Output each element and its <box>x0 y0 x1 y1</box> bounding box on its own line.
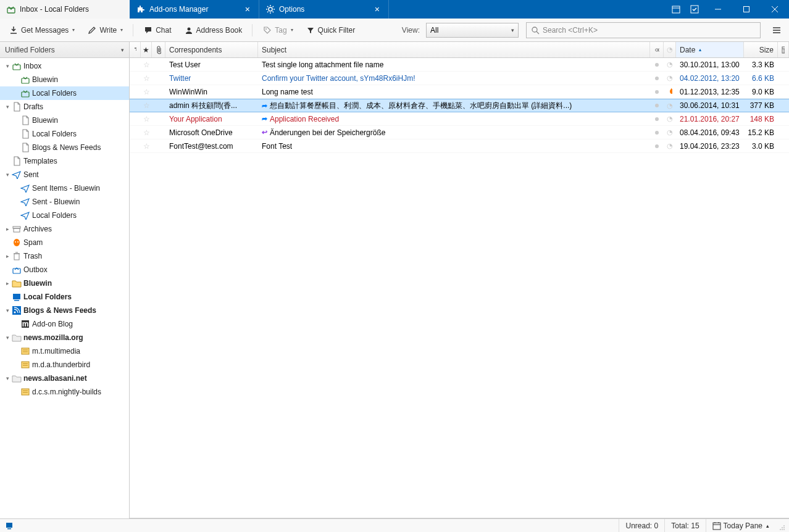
folder-item[interactable]: mAdd-on Blog <box>0 317 129 331</box>
folder-item[interactable]: Spam <box>0 236 129 249</box>
folder-item[interactable]: Blogs & News Feeds <box>0 141 129 154</box>
read-status[interactable]: ◔ <box>664 142 676 150</box>
read-status[interactable]: ◔ <box>664 115 676 123</box>
twisty-icon[interactable]: ▾ <box>4 172 11 178</box>
spam-status[interactable] <box>650 104 664 107</box>
col-correspondents[interactable]: Correspondents <box>165 42 258 57</box>
folder-item[interactable]: Local Folders <box>0 86 129 100</box>
chevron-down-icon[interactable]: ▾ <box>121 47 124 53</box>
folder-item[interactable]: ▾Sent <box>0 168 129 181</box>
twisty-icon[interactable]: ▾ <box>4 104 11 110</box>
star-icon[interactable]: ☆ <box>141 128 152 137</box>
get-messages-button[interactable]: Get Messages ▾ <box>4 23 80 38</box>
message-row[interactable]: ☆TwitterConfirm your Twitter account, sY… <box>130 72 789 85</box>
col-date[interactable]: Date▴ <box>676 42 744 57</box>
message-row[interactable]: ☆FontTest@test.comFont Test◔19.04.2016, … <box>130 139 789 153</box>
folder-item[interactable]: Bluewin <box>0 73 129 86</box>
close-icon[interactable]: × <box>372 4 382 14</box>
folder-item[interactable]: Bluewin <box>0 114 129 127</box>
star-icon[interactable]: ☆ <box>141 74 152 83</box>
folder-item[interactable]: m.t.multimedia <box>0 344 129 358</box>
col-read[interactable]: ◔ <box>664 42 676 57</box>
tag-button[interactable]: Tag ▾ <box>257 23 298 38</box>
spam-status[interactable] <box>650 63 664 67</box>
col-spam[interactable] <box>650 42 664 57</box>
folder-item[interactable]: d.c.s.m.nightly-builds <box>0 385 129 399</box>
folder-item[interactable]: ▾news.albasani.net <box>0 372 129 385</box>
message-row[interactable]: ☆admin 科技顧問(香...➦想自動計算餐歷帳目、利潤、成本、原材料倉存、手… <box>130 99 789 112</box>
chevron-down-icon[interactable]: ▾ <box>290 27 293 33</box>
message-row[interactable]: ☆Test UserTest single long attachment fi… <box>130 58 789 72</box>
folder-item[interactable]: Templates <box>0 154 129 168</box>
spam-status[interactable] <box>650 144 664 148</box>
read-status[interactable]: ◔ <box>664 60 676 69</box>
folder-item[interactable]: ▾Blogs & News Feeds <box>0 304 129 317</box>
app-menu-button[interactable] <box>768 22 785 38</box>
chevron-down-icon[interactable]: ▾ <box>119 27 123 33</box>
star-icon[interactable]: ☆ <box>141 101 152 110</box>
folder-item[interactable]: Outbox <box>0 263 129 276</box>
col-subject[interactable]: Subject <box>258 42 650 57</box>
folder-pane-header[interactable]: Unified Folders ▾ <box>0 42 129 58</box>
folder-item[interactable]: ▾Inbox <box>0 59 129 73</box>
spam-status[interactable] <box>650 90 664 94</box>
read-status[interactable]: ◔ <box>664 74 676 82</box>
folder-item[interactable]: ▾news.mozilla.org <box>0 331 129 344</box>
folder-item[interactable]: Sent - Bluewin <box>0 195 129 209</box>
search-input[interactable]: Search <Ctrl+K> <box>526 22 761 38</box>
read-status[interactable]: ◔ <box>664 102 676 110</box>
maximize-button[interactable] <box>732 0 761 19</box>
twisty-icon[interactable]: ▸ <box>4 253 11 259</box>
chevron-down-icon[interactable]: ▾ <box>71 27 75 33</box>
svg-point-63 <box>782 527 783 528</box>
column-picker[interactable] <box>778 42 789 57</box>
col-thread[interactable] <box>130 42 141 57</box>
folder-item[interactable]: Local Folders <box>0 290 129 304</box>
folder-item[interactable]: ▸Trash <box>0 249 129 263</box>
message-row[interactable]: ☆WinWinWinLong name test01.12.2013, 12:3… <box>130 85 789 99</box>
twisty-icon[interactable]: ▾ <box>4 63 11 69</box>
chat-button[interactable]: Chat <box>138 23 176 38</box>
spam-status[interactable] <box>650 77 664 80</box>
col-star[interactable]: ★ <box>141 42 152 57</box>
twisty-icon[interactable]: ▾ <box>4 335 11 341</box>
tab-addons[interactable]: Add-ons Manager × <box>130 0 259 19</box>
star-icon[interactable]: ☆ <box>141 60 152 69</box>
spam-status[interactable] <box>650 117 664 121</box>
minimize-button[interactable] <box>704 0 732 19</box>
star-icon[interactable]: ☆ <box>141 88 152 96</box>
write-button[interactable]: Write ▾ <box>82 23 128 38</box>
read-status[interactable] <box>664 88 676 96</box>
tab-inbox[interactable]: Inbox - Local Folders <box>0 0 130 19</box>
today-pane-button[interactable]: Today Pane ▴ <box>706 519 775 532</box>
col-attachment[interactable] <box>152 42 165 57</box>
message-row[interactable]: ☆Your Application➦Application Received◔2… <box>130 112 789 126</box>
online-status-icon[interactable] <box>4 519 21 532</box>
folder-item[interactable]: ▸Bluewin <box>0 276 129 290</box>
star-icon[interactable]: ☆ <box>141 115 152 123</box>
twisty-icon[interactable]: ▸ <box>4 226 11 232</box>
folder-item[interactable]: Local Folders <box>0 209 129 222</box>
col-size[interactable]: Size <box>744 42 778 57</box>
twisty-icon[interactable]: ▸ <box>4 280 11 286</box>
address-book-button[interactable]: Address Book <box>179 23 248 38</box>
tab-options[interactable]: Options × <box>259 0 389 19</box>
resize-grip[interactable] <box>775 521 785 531</box>
read-status[interactable]: ◔ <box>664 128 676 136</box>
quick-filter-button[interactable]: Quick Filter <box>301 23 361 38</box>
folder-item[interactable]: ▸Archives <box>0 222 129 236</box>
spam-status[interactable] <box>650 131 664 135</box>
star-icon[interactable]: ☆ <box>141 142 152 151</box>
folder-item[interactable]: ▾Drafts <box>0 100 129 114</box>
view-select[interactable]: All ▾ <box>426 23 519 38</box>
tasks-icon[interactable] <box>685 0 704 19</box>
close-icon[interactable]: × <box>243 4 253 14</box>
calendar-icon[interactable] <box>667 0 685 19</box>
twisty-icon[interactable]: ▾ <box>4 375 11 381</box>
close-button[interactable] <box>761 0 789 19</box>
folder-item[interactable]: Sent Items - Bluewin <box>0 181 129 195</box>
folder-item[interactable]: Local Folders <box>0 127 129 141</box>
message-row[interactable]: ☆Microsoft OneDrive↩Änderungen bei der S… <box>130 126 789 139</box>
folder-item[interactable]: m.d.a.thunderbird <box>0 358 129 372</box>
twisty-icon[interactable]: ▾ <box>4 307 11 314</box>
